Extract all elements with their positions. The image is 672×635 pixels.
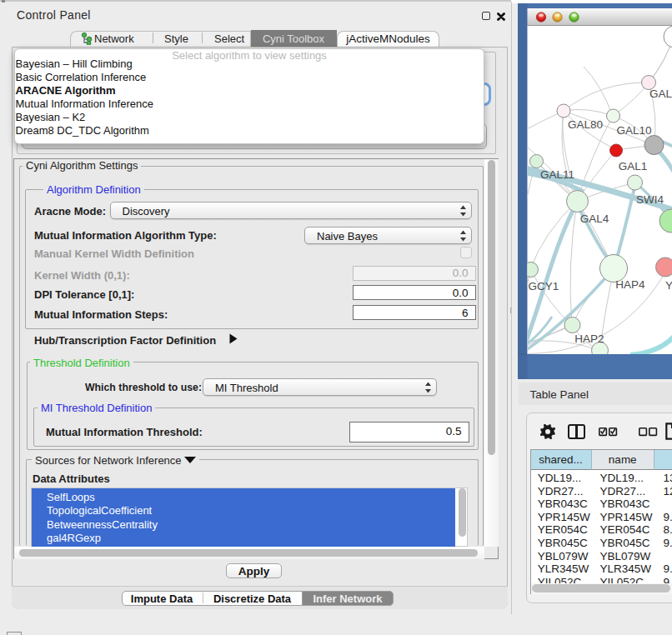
svg-text:GAL11: GAL11 bbox=[540, 168, 574, 181]
svg-text:GAL4: GAL4 bbox=[580, 212, 609, 225]
svg-text:YJ: YJ bbox=[665, 279, 672, 292]
svg-text:SWI4: SWI4 bbox=[636, 193, 664, 206]
svg-text:GAL10: GAL10 bbox=[616, 124, 651, 137]
svg-text:GAL80: GAL80 bbox=[568, 118, 603, 131]
svg-text:HAP4: HAP4 bbox=[615, 278, 645, 291]
svg-text:GAL7: GAL7 bbox=[649, 88, 672, 100]
svg-text:GCY1: GCY1 bbox=[529, 280, 559, 292]
svg-text:HAP2: HAP2 bbox=[574, 332, 604, 345]
svg-text:GAL1: GAL1 bbox=[619, 160, 648, 172]
